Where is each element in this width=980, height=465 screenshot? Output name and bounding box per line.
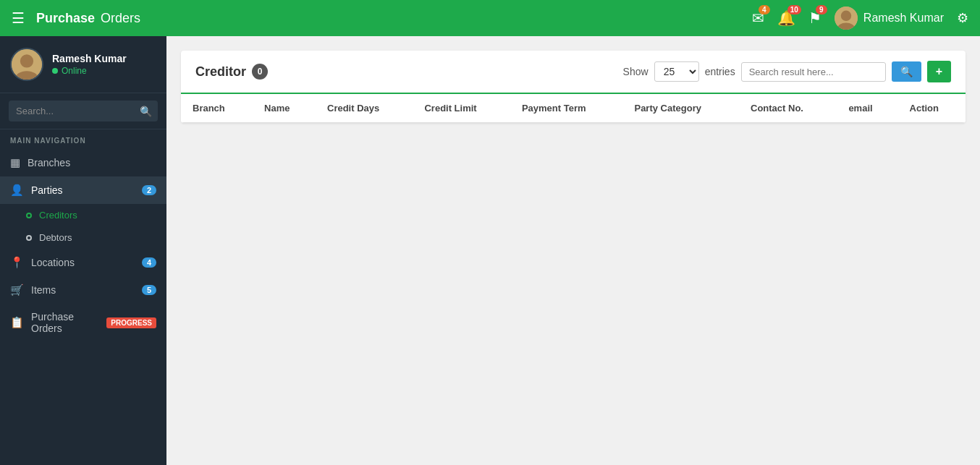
table-header: Branch Name Credit Days Credit Limit Pay… xyxy=(181,94,966,123)
creditors-dot xyxy=(26,213,32,218)
sidebar-item-parties[interactable]: 👤 Parties 2 xyxy=(0,176,166,204)
bell-button[interactable]: 🔔 10 xyxy=(777,9,795,27)
sidebar-item-label-items: Items xyxy=(31,284,56,296)
bell-badge: 10 xyxy=(787,5,801,14)
sidebar-item-debtors[interactable]: Debtors xyxy=(0,226,166,249)
table-search-input[interactable] xyxy=(741,62,886,82)
parties-badge: 2 xyxy=(142,185,156,195)
online-text: Online xyxy=(62,66,87,76)
sidebar-avatar xyxy=(10,48,43,81)
purchase-orders-badge: Progress xyxy=(106,317,156,328)
sidebar-username: Ramesh Kumar xyxy=(52,53,127,64)
sidebar-item-items[interactable]: 🛒 Items 5 xyxy=(0,276,166,304)
brand: Purchase Orders xyxy=(36,11,140,26)
creditors-table: Branch Name Credit Days Credit Limit Pay… xyxy=(181,94,966,123)
page-count-badge: 0 xyxy=(252,64,268,80)
page-card: Creditor 0 Show 25 50 100 entries 🔍 + xyxy=(181,51,966,123)
page-card-header: Creditor 0 Show 25 50 100 entries 🔍 + xyxy=(181,51,966,94)
col-credit-days: Credit Days xyxy=(316,94,413,123)
locations-badge: 4 xyxy=(142,257,156,268)
nav-section-label: MAIN NAVIGATION xyxy=(0,129,166,149)
online-dot xyxy=(52,68,58,74)
col-name: Name xyxy=(253,94,316,123)
debtors-dot xyxy=(26,235,32,241)
topnav-right: ✉ 4 🔔 10 ⚑ 9 Ramesh Kumar ⚙ xyxy=(752,7,968,30)
sidebar-user: Ramesh Kumar Online xyxy=(0,36,166,93)
pin-icon: 📍 xyxy=(10,256,24,269)
brand-bold: Purchase xyxy=(36,11,95,26)
svg-point-4 xyxy=(20,54,33,67)
show-select[interactable]: 25 50 100 xyxy=(654,61,699,82)
sidebar-item-label-debtors: Debtors xyxy=(39,232,72,243)
search-icon: 🔍 xyxy=(140,106,152,117)
search-button[interactable]: 🔍 xyxy=(892,61,921,82)
online-status: Online xyxy=(52,66,127,76)
add-button[interactable]: + xyxy=(927,61,951,82)
table-header-row: Branch Name Credit Days Credit Limit Pay… xyxy=(181,94,966,123)
gear-icon[interactable]: ⚙ xyxy=(957,10,968,26)
col-email: email xyxy=(837,94,897,123)
brand-light: Orders xyxy=(101,11,140,26)
flag-badge: 9 xyxy=(816,5,827,14)
sidebar-item-branches[interactable]: ▦ Branches xyxy=(0,149,166,176)
col-contact-no: Contact No. xyxy=(739,94,837,123)
sidebar-item-label-purchase-orders: Purchase Orders xyxy=(31,311,99,334)
page-controls: Show 25 50 100 entries 🔍 + xyxy=(623,61,951,82)
mail-badge: 4 xyxy=(759,5,770,14)
sidebar-item-label-locations: Locations xyxy=(31,257,75,268)
sidebar-item-label-parties: Parties xyxy=(31,184,63,196)
svg-point-1 xyxy=(841,11,851,21)
person-icon: 👤 xyxy=(10,184,24,197)
sidebar-item-label-branches: Branches xyxy=(28,157,70,168)
topnav: ☰ Purchase Orders ✉ 4 🔔 10 ⚑ 9 xyxy=(0,0,980,36)
main-content: Creditor 0 Show 25 50 100 entries 🔍 + xyxy=(166,36,980,465)
col-branch: Branch xyxy=(181,94,253,123)
sidebar-item-locations[interactable]: 📍 Locations 4 xyxy=(0,249,166,276)
avatar xyxy=(835,7,858,30)
cart-icon: 🛒 xyxy=(10,283,24,297)
sidebar-search-wrap: 🔍 xyxy=(0,93,166,129)
items-badge: 5 xyxy=(142,285,156,295)
clipboard-icon: 📋 xyxy=(10,316,24,329)
username-top: Ramesh Kumar xyxy=(863,12,944,25)
layout: Ramesh Kumar Online 🔍 MAIN NAVIGATION ▦ … xyxy=(0,36,980,465)
page-title: Creditor xyxy=(195,64,246,80)
grid-icon: ▦ xyxy=(10,156,20,169)
sidebar-item-label-creditors: Creditors xyxy=(39,210,77,221)
hamburger-icon[interactable]: ☰ xyxy=(12,9,25,27)
col-action: Action xyxy=(898,94,966,123)
user-menu[interactable]: Ramesh Kumar xyxy=(835,7,944,30)
entries-label: entries xyxy=(705,66,735,77)
page-title-row: Creditor 0 xyxy=(195,64,268,80)
flag-button[interactable]: ⚑ 9 xyxy=(808,9,821,27)
sidebar: Ramesh Kumar Online 🔍 MAIN NAVIGATION ▦ … xyxy=(0,36,166,465)
col-party-category: Party Category xyxy=(622,94,739,123)
sidebar-item-purchase-orders[interactable]: 📋 Purchase Orders Progress xyxy=(0,304,166,341)
sidebar-search-input[interactable] xyxy=(9,101,158,121)
sidebar-item-creditors[interactable]: Creditors xyxy=(0,204,166,226)
col-credit-limit: Credit Limit xyxy=(413,94,510,123)
col-payment-term: Payment Term xyxy=(510,94,623,123)
show-label: Show xyxy=(623,66,649,77)
mail-button[interactable]: ✉ 4 xyxy=(752,9,764,27)
